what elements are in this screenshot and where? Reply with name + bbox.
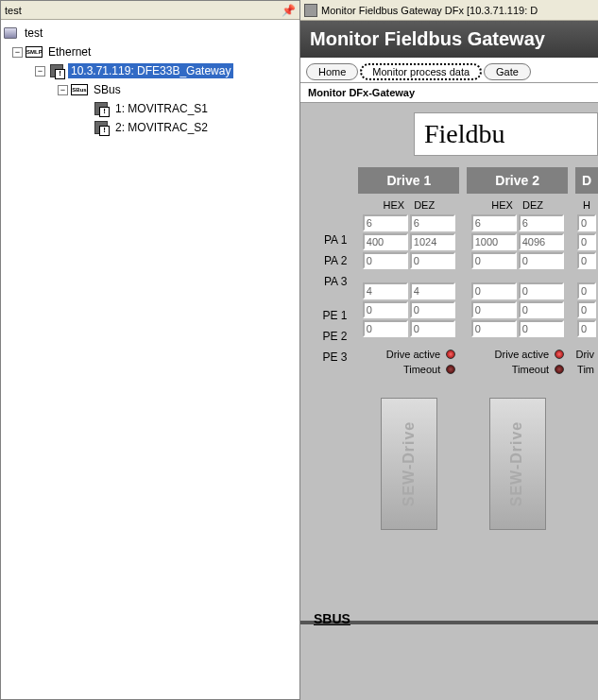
d2-pa1-hex[interactable]	[471, 214, 517, 231]
tree-panel: test 📌 test − SMLP Ethernet − 10.3.71.11…	[0, 0, 300, 700]
d2-pa2-dez[interactable]	[519, 233, 564, 250]
dez-label: DEZ	[414, 199, 435, 211]
monitor-panel: Monitor Fieldbus Gateway DFx [10.3.71.11…	[300, 0, 598, 700]
d1-pe2-dez[interactable]	[410, 301, 455, 318]
tab-gate[interactable]: Gate	[484, 63, 531, 80]
d1-pa2-hex[interactable]	[363, 233, 408, 250]
d1-pa1-dez[interactable]	[410, 214, 455, 231]
tree-root[interactable]: test	[3, 24, 298, 43]
label-pe3: PE 3	[300, 347, 350, 367]
d2-pa3-dez[interactable]	[519, 252, 564, 269]
drive-2-header: Drive 2	[467, 167, 568, 194]
dez-label: DEZ	[522, 199, 543, 211]
led-timeout-icon	[446, 365, 455, 374]
label-pa1: PA 1	[300, 230, 350, 250]
d3-pe1-hex[interactable]	[577, 282, 596, 299]
d2-pa1-dez[interactable]	[519, 214, 564, 231]
window-titlebar: Monitor Fieldbus Gateway DFx [10.3.71.11…	[300, 0, 598, 21]
hex-label: HEX	[384, 199, 405, 211]
tree-dev2-label: 2: MOVITRAC_S2	[112, 120, 211, 135]
d1-pe2-hex[interactable]	[363, 301, 408, 318]
drive-1: Drive 1 HEX DEZ Drive active Timeout SEW…	[358, 167, 459, 539]
tree-gateway-label: 10.3.71.119: DFE33B_Gateway	[68, 63, 233, 78]
window-title: Monitor Fieldbus Gateway DFx [10.3.71.11…	[321, 5, 538, 16]
d2-pa3-hex[interactable]	[471, 252, 517, 269]
d2-pe2-hex[interactable]	[471, 301, 517, 318]
d2-pa2-hex[interactable]	[471, 233, 517, 250]
tree-device-1[interactable]: 1: MOVITRAC_S1	[3, 99, 298, 118]
drives-container: PA 1 PA 2 PA 3 PE 1 PE 2 PE 3 Drive 1 HE…	[300, 167, 598, 539]
tree-dev1-label: 1: MOVITRAC_S1	[112, 101, 211, 116]
col-header: H	[575, 194, 598, 214]
d3-pa1-hex[interactable]	[577, 214, 596, 231]
d1-pe3-dez[interactable]	[410, 320, 455, 337]
device-tree: test − SMLP Ethernet − 10.3.71.119: DFE3…	[1, 20, 299, 141]
tree-device-2[interactable]: 2: MOVITRAC_S2	[3, 118, 298, 137]
tree-title: test	[5, 5, 22, 16]
d1-pa2-dez[interactable]	[410, 233, 455, 250]
drive-2: Drive 2 HEX DEZ Drive active Timeout SEW…	[467, 167, 568, 539]
d2-pe3-dez[interactable]	[519, 320, 564, 337]
content-area: Fieldbu PA 1 PA 2 PA 3 PE 1 PE 2 PE 3 Dr…	[300, 103, 598, 700]
led-active-icon	[555, 350, 564, 359]
d1-active-label: Drive active	[386, 349, 440, 360]
d1-timeout-label: Timeout	[403, 364, 440, 375]
d2-timeout-label: Timeout	[512, 364, 549, 375]
d1-pe3-hex[interactable]	[363, 320, 408, 337]
pc-icon	[3, 26, 18, 41]
drive-3: D H Driv Tim	[575, 167, 598, 539]
d3-pe3-hex[interactable]	[577, 320, 596, 337]
d2-pe2-dez[interactable]	[519, 301, 564, 318]
sbus-icon: SBus	[72, 82, 87, 97]
tab-home[interactable]: Home	[306, 63, 358, 80]
expander-icon[interactable]: −	[12, 47, 23, 58]
drive-1-header: Drive 1	[358, 167, 459, 194]
tree-sbus[interactable]: − SBus SBus	[3, 80, 298, 99]
d1-pe1-hex[interactable]	[363, 282, 408, 299]
led-timeout-icon	[555, 365, 564, 374]
label-pe1: PE 1	[300, 305, 350, 326]
d3-pa2-hex[interactable]	[577, 233, 596, 250]
device-icon	[49, 63, 64, 78]
d2-pe1-hex[interactable]	[471, 282, 517, 299]
sbus-label: SBUS	[314, 611, 350, 626]
hex-label: HEX	[491, 199, 513, 211]
app-icon	[304, 4, 317, 17]
d3-pa3-hex[interactable]	[577, 252, 596, 269]
drive-3-header: D	[575, 167, 598, 194]
pin-icon[interactable]: 📌	[282, 4, 296, 17]
d3-active-label: Driv	[575, 349, 594, 360]
expander-icon[interactable]: −	[35, 66, 45, 77]
smlp-icon: SMLP	[26, 44, 42, 60]
col-header: HEX DEZ	[467, 194, 568, 214]
fieldbus-title: Fieldbu	[414, 112, 598, 156]
hex-label: H	[583, 199, 590, 211]
tree-gateway[interactable]: − 10.3.71.119: DFE33B_Gateway	[3, 61, 298, 80]
d2-pe3-hex[interactable]	[471, 320, 517, 337]
tree-header: test 📌	[1, 1, 299, 20]
tree-ethernet[interactable]: − SMLP Ethernet	[3, 43, 298, 61]
sew-logo: SEW-Drive	[509, 421, 526, 506]
label-pa3: PA 3	[300, 271, 350, 292]
d3-timeout-label: Tim	[577, 364, 594, 375]
page-banner: Monitor Fieldbus Gateway	[300, 21, 598, 58]
label-pa2: PA 2	[300, 250, 350, 271]
col-header: HEX DEZ	[358, 194, 459, 214]
d2-pe1-dez[interactable]	[519, 282, 564, 299]
d1-pa3-dez[interactable]	[410, 252, 455, 269]
d2-active-label: Drive active	[495, 349, 549, 360]
sew-logo: SEW-Drive	[401, 421, 418, 506]
tree-eth-label: Ethernet	[45, 44, 94, 60]
row-labels: PA 1 PA 2 PA 3 PE 1 PE 2 PE 3	[300, 167, 350, 539]
tab-bar: Home Monitor process data Gate	[300, 58, 598, 82]
expander-icon[interactable]: −	[58, 85, 68, 95]
d1-pe1-dez[interactable]	[410, 282, 455, 299]
drive-image: SEW-Drive	[358, 388, 459, 539]
d1-pa1-hex[interactable]	[363, 214, 408, 231]
tab-monitor[interactable]: Monitor process data	[360, 63, 482, 80]
tree-root-label: test	[22, 26, 45, 41]
d3-pe2-hex[interactable]	[577, 301, 596, 318]
drive-image: SEW-Drive	[467, 388, 568, 539]
d1-pa3-hex[interactable]	[363, 252, 408, 269]
label-pe2: PE 2	[300, 326, 350, 347]
